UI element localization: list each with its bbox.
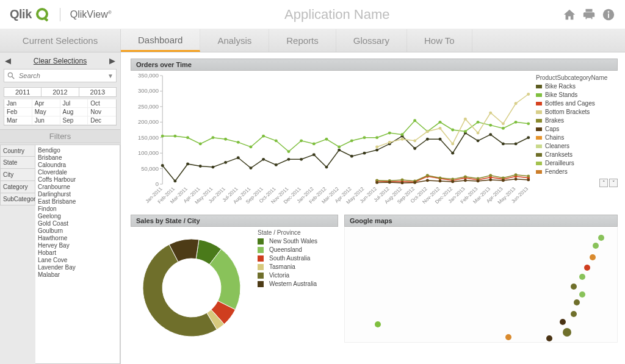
svg-point-5 (8, 73, 12, 77)
year-cell[interactable]: 2012 (42, 88, 79, 96)
map-point[interactable] (574, 299, 580, 305)
filter-label-category[interactable]: Category (0, 181, 35, 193)
tab-how-to[interactable]: How To (407, 29, 472, 52)
state-legend-item[interactable]: Tasmania (258, 263, 338, 271)
city-item[interactable]: East Brisbane (38, 198, 117, 205)
legend-item[interactable]: Caps (536, 125, 618, 134)
month-cell[interactable]: Mar (4, 116, 32, 125)
map-point[interactable] (590, 254, 596, 260)
city-item[interactable]: Hawthorne (38, 234, 117, 241)
state-legend-item[interactable]: South Australia (258, 254, 338, 263)
month-cell[interactable]: Aug (60, 108, 89, 116)
month-cell[interactable]: Sep (60, 116, 89, 125)
next-selection-icon[interactable]: ▶ (109, 56, 115, 65)
city-item[interactable]: Bendigo (38, 146, 117, 154)
legend-item[interactable]: Derailleurs (536, 159, 618, 168)
map-point[interactable] (546, 335, 552, 341)
map-point[interactable] (598, 235, 604, 241)
city-item[interactable]: Darlinghurst (38, 190, 117, 198)
home-icon[interactable] (563, 8, 576, 21)
state-legend-item[interactable]: Queensland (258, 246, 338, 254)
city-item[interactable]: Hervey Bay (38, 241, 117, 249)
legend-item[interactable]: Bike Racks (536, 82, 618, 91)
month-cell[interactable]: Oct (88, 99, 116, 108)
search-input[interactable] (18, 71, 107, 80)
legend-label: Bike Racks (545, 82, 576, 91)
map-point[interactable] (571, 311, 577, 317)
month-cell[interactable]: Dec (88, 116, 116, 125)
legend-item[interactable]: Cleaners (536, 142, 618, 151)
search-dropdown-icon[interactable]: ▼ (107, 73, 114, 79)
legend-item[interactable]: Bike Stands (536, 91, 618, 99)
city-item[interactable]: Hobart (38, 249, 117, 256)
state-legend-item[interactable]: Victoria (258, 271, 338, 280)
state-legend-item[interactable]: Western Australia (258, 280, 338, 288)
map-point[interactable] (505, 334, 511, 340)
city-item[interactable]: Goulburn (38, 227, 117, 234)
city-item[interactable]: Findon (38, 205, 117, 212)
city-item[interactable]: Lane Cove (38, 256, 117, 263)
city-list[interactable]: BendigoBrisbaneCaloundraCloverdaleCoffs … (35, 145, 120, 364)
month-cell[interactable]: Nov (88, 108, 116, 116)
city-item[interactable]: Malabar (38, 271, 117, 278)
state-legend-item[interactable]: New South Wales (258, 237, 338, 246)
legend-item[interactable]: Fenders (536, 168, 618, 176)
filter-label-state[interactable]: State (0, 157, 35, 169)
map-point[interactable] (584, 265, 590, 271)
legend-item[interactable]: Bottom Brackets (536, 108, 618, 116)
clear-selections-link[interactable]: Clear Selections (34, 57, 87, 65)
filter-label-subcategory[interactable]: SubCategory (0, 193, 35, 205)
year-cell[interactable]: 2013 (79, 88, 116, 96)
city-item[interactable]: Cranbourne (38, 183, 117, 190)
legend-label: Tasmania (269, 263, 295, 271)
orders-line-chart[interactable]: 050,000100,000150,000200,000250,000300,0… (131, 71, 532, 211)
map-point[interactable] (579, 291, 585, 298)
city-item[interactable]: Cloverdale (38, 168, 117, 176)
print-icon[interactable] (582, 8, 596, 21)
legend-item[interactable]: Chains (536, 134, 618, 142)
tab-glossary[interactable]: Glossary (336, 29, 407, 52)
map-point[interactable] (375, 321, 381, 327)
filter-label-city[interactable]: City (0, 169, 35, 181)
city-item[interactable]: Brisbane (38, 154, 117, 161)
svg-point-121 (464, 118, 467, 121)
prev-selection-icon[interactable]: ◀ (5, 56, 11, 65)
filter-label-country[interactable]: Country (0, 145, 35, 157)
tab-dashboard[interactable]: Dashboard (121, 29, 200, 52)
state-legend-title: State / Province (258, 229, 338, 236)
city-item[interactable]: Gold Coast (38, 219, 117, 227)
city-item[interactable]: Lavender Bay (38, 263, 117, 271)
app-title: Application Name (112, 7, 563, 23)
city-item[interactable]: Caloundra (38, 161, 117, 168)
legend-swatch-icon (536, 85, 542, 88)
month-cell[interactable]: Jan (4, 99, 32, 108)
city-item[interactable]: Geelong (38, 212, 117, 219)
search-box[interactable]: ▼ (4, 69, 117, 82)
map-point[interactable] (579, 274, 585, 280)
map-point[interactable] (563, 328, 571, 337)
tab-analysis[interactable]: Analysis (200, 29, 269, 52)
map-point[interactable] (593, 243, 599, 249)
svg-point-92 (262, 135, 265, 138)
sales-donut-chart[interactable] (131, 227, 253, 343)
city-item[interactable]: Coffs Harbour (38, 176, 117, 183)
legend-item[interactable]: Bottles and Cages (536, 99, 618, 108)
month-cell[interactable]: Jul (60, 99, 89, 108)
month-cell[interactable]: Feb (4, 108, 32, 116)
map-point[interactable] (571, 284, 577, 290)
year-cell[interactable]: 2011 (4, 88, 42, 96)
legend-scroll-down-icon[interactable]: ˅ (609, 179, 618, 187)
month-cell[interactable]: Apr (32, 99, 60, 108)
map-canvas[interactable] (344, 227, 618, 343)
info-icon[interactable] (602, 8, 615, 21)
svg-point-110 (489, 124, 492, 127)
legend-item[interactable]: Cranksets (536, 151, 618, 159)
legend-item[interactable]: Brakes (536, 116, 618, 125)
map-point[interactable] (560, 319, 566, 325)
month-cell[interactable]: May (32, 108, 60, 116)
svg-point-82 (515, 142, 518, 145)
svg-point-100 (363, 136, 366, 139)
month-cell[interactable]: Jun (32, 116, 60, 125)
tab-reports[interactable]: Reports (269, 29, 336, 52)
legend-scroll-up-icon[interactable]: ˄ (599, 179, 608, 187)
